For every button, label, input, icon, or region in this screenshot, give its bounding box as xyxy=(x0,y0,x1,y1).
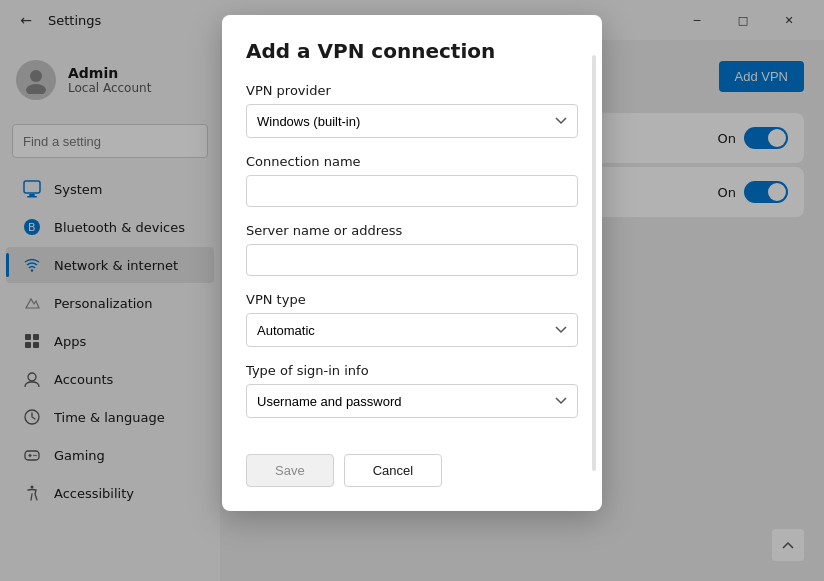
connection-name-input[interactable] xyxy=(246,175,578,207)
server-name-label: Server name or address xyxy=(246,223,578,238)
dialog-title: Add a VPN connection xyxy=(246,39,578,63)
cancel-button[interactable]: Cancel xyxy=(344,454,442,487)
connection-name-label: Connection name xyxy=(246,154,578,169)
add-vpn-dialog: Add a VPN connection VPN provider Window… xyxy=(222,15,602,511)
vpn-provider-label: VPN provider xyxy=(246,83,578,98)
vpn-type-select[interactable]: Automatic xyxy=(246,313,578,347)
vpn-provider-select[interactable]: Windows (built-in) xyxy=(246,104,578,138)
server-name-group: Server name or address xyxy=(246,223,578,276)
vpn-provider-group: VPN provider Windows (built-in) xyxy=(246,83,578,138)
dialog-scrollbar[interactable] xyxy=(592,55,596,471)
dialog-footer: Save Cancel xyxy=(246,454,578,487)
vpn-type-label: VPN type xyxy=(246,292,578,307)
server-name-input[interactable] xyxy=(246,244,578,276)
sign-in-label: Type of sign-in info xyxy=(246,363,578,378)
vpn-type-group: VPN type Automatic xyxy=(246,292,578,347)
save-button[interactable]: Save xyxy=(246,454,334,487)
connection-name-group: Connection name xyxy=(246,154,578,207)
sign-in-select[interactable]: Username and password xyxy=(246,384,578,418)
settings-window: ← Settings ─ □ ✕ Admin Local Account xyxy=(0,0,824,581)
sign-in-group: Type of sign-in info Username and passwo… xyxy=(246,363,578,418)
